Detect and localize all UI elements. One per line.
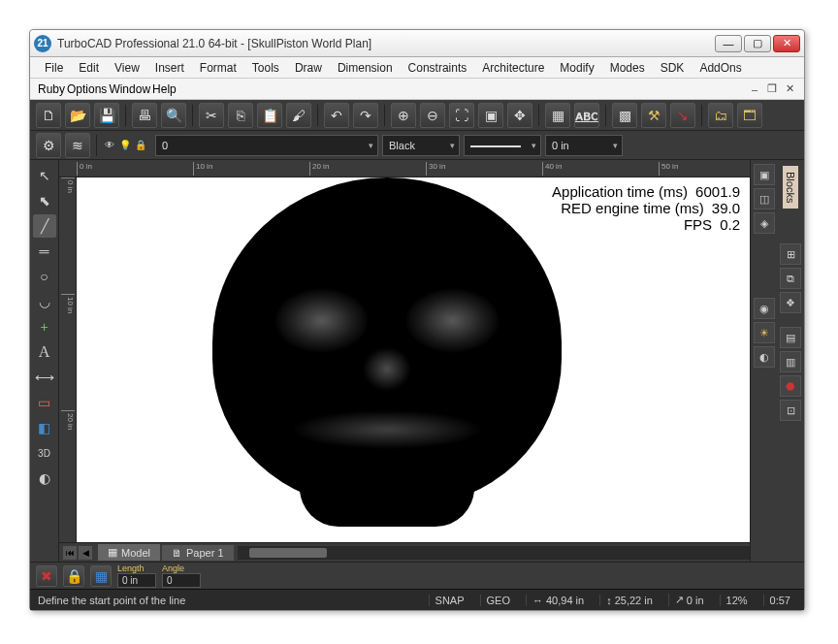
linetype-dropdown[interactable]	[464, 135, 541, 156]
menu-help[interactable]: Help	[152, 82, 177, 96]
panel-button[interactable]: ◉	[754, 298, 775, 319]
panel-button[interactable]: ▤	[780, 327, 801, 348]
angle-field[interactable]: Angle 0	[162, 564, 201, 588]
length-value[interactable]: 0 in	[117, 573, 156, 588]
panel-button[interactable]: ⊡	[780, 400, 801, 421]
copy-button[interactable]: ⎘	[228, 103, 253, 128]
text-tool-button[interactable]: ᴀʙᴄ	[574, 103, 599, 128]
layer-button[interactable]: ≋	[65, 133, 90, 158]
redo-button[interactable]: ↷	[353, 103, 378, 128]
menu-edit[interactable]: Edit	[72, 59, 106, 77]
lineweight-dropdown[interactable]: 0 in	[545, 135, 623, 156]
menu-addons[interactable]: AddOns	[693, 59, 748, 77]
menu-draw[interactable]: Draw	[288, 59, 329, 77]
panel-button[interactable]: ▣	[754, 164, 775, 185]
select-tool[interactable]: ↖	[33, 164, 56, 187]
3d-tool[interactable]: 3D	[33, 441, 56, 465]
line-tool[interactable]: ╱	[33, 214, 56, 238]
blocks-panel-tab[interactable]: Blocks	[783, 166, 798, 209]
mdi-minimize-button[interactable]: –	[748, 82, 761, 96]
menu-dimension[interactable]: Dimension	[331, 59, 400, 77]
panel-button[interactable]: ◐	[754, 346, 775, 368]
undo-button[interactable]: ↶	[324, 103, 349, 128]
pan-button[interactable]: ✥	[507, 103, 532, 128]
menu-window[interactable]: Window	[109, 82, 150, 96]
select-edit-tool[interactable]: ⬉	[33, 189, 56, 212]
new-button[interactable]: 🗋	[36, 103, 61, 128]
explorer-button[interactable]: 🗂	[708, 103, 733, 128]
tab-first-button[interactable]: ⏮	[63, 546, 77, 560]
render-tool[interactable]: ◐	[33, 467, 56, 490]
zoom-extents-button[interactable]: ▣	[478, 103, 503, 128]
panel-button[interactable]: ⧉	[780, 268, 801, 289]
panel-button[interactable]: ◫	[754, 188, 775, 209]
tab-prev-button[interactable]: ◀	[79, 546, 92, 560]
menu-insert[interactable]: Insert	[148, 59, 191, 77]
scrollbar-thumb[interactable]	[249, 548, 327, 558]
save-button[interactable]: 💾	[94, 103, 119, 128]
menu-ruby[interactable]: Ruby	[38, 82, 65, 96]
mdi-restore-button[interactable]: ❐	[765, 82, 779, 96]
panel-button[interactable]: ☀	[754, 322, 775, 343]
panel-button[interactable]: ⬣	[780, 375, 801, 397]
angle-value[interactable]: 0	[162, 573, 201, 588]
paste-button[interactable]: 📋	[257, 103, 282, 128]
menu-modify[interactable]: Modify	[553, 59, 600, 77]
minimize-button[interactable]: —	[715, 35, 742, 52]
close-button[interactable]: ✕	[773, 35, 800, 52]
grid-button[interactable]: ▦	[90, 565, 112, 587]
menu-file[interactable]: File	[38, 59, 70, 77]
visible-icon[interactable]: 👁	[103, 139, 116, 152]
menu-sdk[interactable]: SDK	[654, 59, 692, 77]
zoom-window-button[interactable]: ⛶	[449, 103, 474, 128]
brush-button[interactable]: 🖌	[286, 103, 311, 128]
menu-format[interactable]: Format	[193, 59, 243, 77]
maximize-button[interactable]: ▢	[744, 35, 771, 52]
settings-button[interactable]: ⚙	[36, 133, 61, 158]
drawing-canvas[interactable]: Application time (ms)6001.9 RED engine t…	[77, 177, 750, 542]
zoom-out-button[interactable]: ⊖	[420, 103, 445, 128]
named-view-button[interactable]: ▦	[545, 103, 570, 128]
tab-paper-1[interactable]: 🗎Paper 1	[162, 545, 234, 561]
menu-modes[interactable]: Modes	[603, 59, 652, 77]
point-tool[interactable]: +	[33, 315, 56, 338]
mdi-close-button[interactable]: ✕	[783, 82, 796, 96]
print-button[interactable]: 🖶	[132, 103, 157, 128]
properties-button[interactable]: ⚒	[641, 103, 666, 128]
menu-architecture[interactable]: Architecture	[475, 59, 551, 77]
menu-options[interactable]: Options	[67, 82, 107, 96]
panel-button[interactable]: ⊞	[780, 243, 801, 265]
panel-button[interactable]: ◈	[754, 212, 775, 234]
lock-button[interactable]: 🔒	[63, 565, 84, 587]
print-preview-button[interactable]: 🔍	[161, 103, 186, 128]
zoom-in-button[interactable]: ⊕	[391, 103, 416, 128]
layer-dropdown[interactable]: 0	[155, 135, 378, 156]
lightbulb-icon[interactable]: 💡	[118, 139, 132, 152]
box-tool[interactable]: ◧	[33, 416, 56, 439]
tab-model[interactable]: ▦Model	[98, 544, 160, 561]
menu-constraints[interactable]: Constraints	[402, 59, 474, 77]
geo-toggle[interactable]: GEO	[480, 595, 516, 606]
lock-icon[interactable]: 🔒	[134, 139, 147, 152]
text-tool[interactable]: A	[33, 340, 56, 364]
rectangle-tool[interactable]: ▭	[33, 391, 56, 414]
panel-button[interactable]: ❖	[780, 292, 801, 313]
help-button[interactable]: ↘	[670, 103, 695, 128]
menu-tools[interactable]: Tools	[245, 59, 286, 77]
cancel-button[interactable]: ✖	[36, 565, 57, 587]
horizontal-scrollbar[interactable]	[238, 546, 751, 560]
open-button[interactable]: 📂	[65, 103, 90, 128]
color-dropdown[interactable]: Black	[382, 135, 460, 156]
menu-view[interactable]: View	[108, 59, 146, 77]
palette-button[interactable]: 🗔	[737, 103, 762, 128]
cut-button[interactable]: ✂	[199, 103, 224, 128]
zoom-level[interactable]: 12%	[720, 595, 754, 606]
double-line-tool[interactable]: ═	[33, 240, 56, 263]
arc-tool[interactable]: ◡	[33, 290, 56, 313]
panel-button[interactable]: ▥	[780, 351, 801, 372]
dimension-tool[interactable]: ⟷	[33, 366, 56, 389]
hatch-button[interactable]: ▩	[612, 103, 637, 128]
snap-toggle[interactable]: SNAP	[429, 595, 470, 606]
length-field[interactable]: Length 0 in	[117, 564, 156, 588]
circle-tool[interactable]: ○	[33, 265, 56, 288]
